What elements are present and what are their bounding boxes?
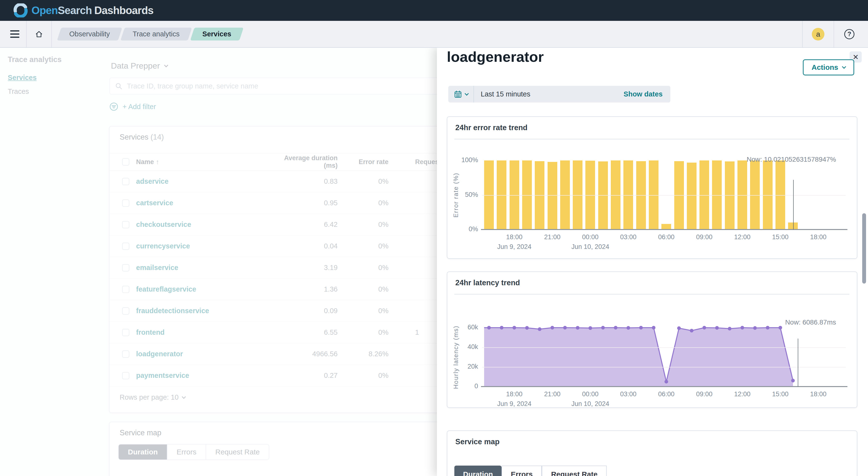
x-tick: 18:00 [801,390,835,398]
data-point [741,326,744,330]
data-point [766,326,769,330]
data-point [576,326,580,330]
data-point [728,327,732,331]
axis-line [481,229,847,230]
breadcrumb-item-observability[interactable]: Observability [59,28,120,40]
gridline [482,367,846,367]
home-icon[interactable] [30,25,49,43]
x-tick: 18:00 [497,233,531,241]
x-tick: 03:00 [611,233,645,241]
data-point [715,326,719,330]
breadcrumb-bar: Observability Trace analytics Services a… [0,21,868,48]
menu-icon[interactable] [6,26,23,43]
avatar[interactable]: a [812,28,825,40]
tab-errors[interactable]: Errors [502,466,542,476]
show-dates-button[interactable]: Show dates [622,90,664,98]
y-tick: 100% [457,156,478,164]
data-point [589,326,592,330]
breadcrumb-item-services[interactable]: Services [192,28,242,40]
data-point [551,326,554,330]
x-tick: 12:00 [725,390,759,398]
x-tick: 12:00 [725,233,759,241]
tab-request-rate[interactable]: Request Rate [542,466,607,476]
y-tick: 60k [457,324,478,331]
now-line [793,180,794,230]
data-point [753,326,757,330]
divider [454,139,849,139]
opensearch-logo[interactable]: OpenSearchDashboards [13,3,154,18]
toolbar-right: a ? [799,21,862,47]
y-axis-label: Error rate (%) [452,173,460,217]
bar [687,162,696,230]
bar [598,161,608,230]
flyout-service-map-title: Service map [455,438,857,446]
date-label: Jun 10, 2024 [564,243,617,250]
actions-button[interactable]: Actions [803,59,854,76]
data-point [614,326,618,330]
y-tick: 0% [457,226,478,233]
opensearch-logo-icon [13,3,28,18]
latency-card-title: 24hr latency trend [455,278,857,287]
date-picker: Last 15 minutes Show dates [448,86,671,102]
breadcrumb-item-trace-analytics[interactable]: Trace analytics [123,28,190,40]
chevron-down-icon [465,91,469,95]
data-point [513,326,516,330]
data-point [652,326,655,330]
data-point [677,326,681,330]
brand-text: OpenSearchDashboards [31,4,154,17]
date-range-value[interactable]: Last 15 minutes [481,90,530,98]
data-point [639,326,643,330]
divider [26,21,27,47]
y-axis-label: Hourly latency (ms) [452,326,460,389]
gridline [482,347,846,348]
x-tick: 00:00 [573,233,607,241]
x-tick: 06:00 [649,233,683,241]
calendar-icon[interactable] [448,86,474,102]
data-point [690,329,693,332]
breadcrumb: Observability Trace analytics Services [59,28,242,40]
screen: OpenSearchDashboards Observability Trace… [0,0,868,476]
x-tick: 15:00 [764,233,797,241]
data-point [601,326,605,330]
scrollbar[interactable] [862,213,866,284]
axis-line [481,386,847,387]
bar [725,161,735,230]
y-tick: 40k [457,343,478,351]
data-point [487,326,491,330]
data-point [500,326,503,330]
now-annotation: Now: 10.021052631578947% [747,156,836,163]
x-tick: 18:00 [801,233,835,241]
latency-card: 24hr latency trend 020k40k60k18:0021:000… [447,271,857,408]
bar [788,222,798,230]
flyout-map-tabs: Duration Errors Request Rate [454,466,857,476]
bar [661,224,671,230]
error-rate-card: 24hr error rate trend 0%50%100%18:0021:0… [447,116,857,259]
date-label: Jun 9, 2024 [488,243,541,250]
divider [834,21,834,47]
bar [548,162,557,230]
help-icon[interactable]: ? [844,29,855,39]
x-tick: 09:00 [687,390,721,398]
x-tick: 06:00 [649,390,683,398]
x-tick: 00:00 [573,390,607,398]
x-tick: 21:00 [535,390,569,398]
error-rate-card-title: 24hr error rate trend [455,123,857,132]
data-point [791,379,795,382]
service-flyout: ✕ loadgenerator Actions Last 15 minutes … [437,48,868,476]
divider [51,21,52,47]
latency-area [482,328,846,387]
tab-duration[interactable]: Duration [454,466,502,476]
now-line [798,338,798,387]
data-point [778,326,782,330]
x-tick: 18:00 [497,390,531,398]
divider [802,21,803,47]
x-tick: 09:00 [687,233,721,241]
gridline [482,195,846,196]
latency-chart: 020k40k60k18:0021:0000:0003:0006:0009:00… [482,328,846,387]
divider [454,294,849,295]
data-point [538,327,541,331]
data-point [525,326,529,330]
y-tick: 20k [457,363,478,370]
date-label: Jun 9, 2024 [488,400,541,408]
x-tick: 03:00 [611,390,645,398]
